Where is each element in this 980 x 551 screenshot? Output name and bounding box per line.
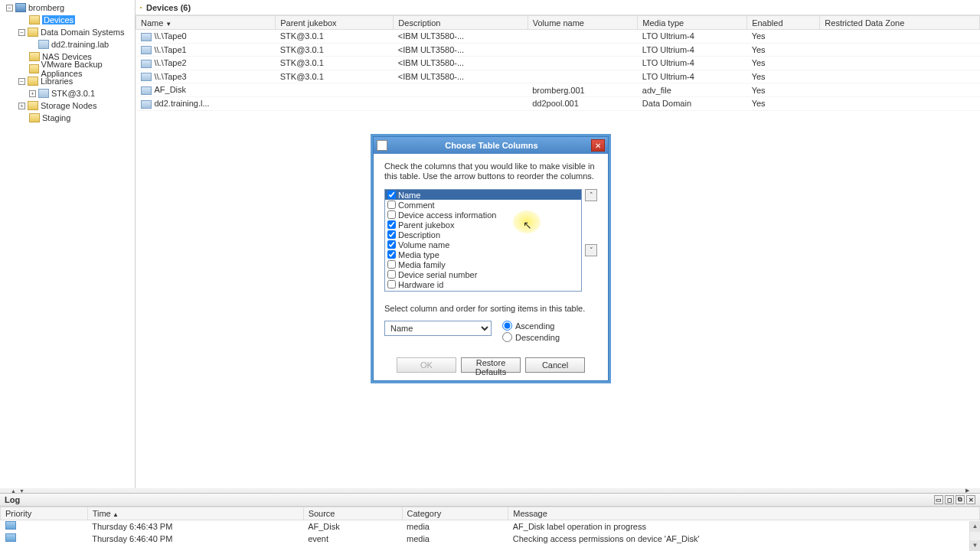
tree-host[interactable]: −bromberg bbox=[0, 2, 135, 14]
column-option[interactable]: Hardware id bbox=[385, 279, 581, 289]
column-option[interactable]: Description bbox=[385, 230, 581, 240]
tree-staging[interactable]: Staging bbox=[0, 112, 135, 124]
device-icon bbox=[141, 86, 152, 95]
column-checkbox[interactable] bbox=[387, 191, 396, 199]
log-col-header[interactable]: Category bbox=[402, 507, 508, 520]
column-option[interactable]: Media type bbox=[385, 249, 581, 259]
log-close-icon[interactable]: ✕ bbox=[966, 495, 975, 504]
cancel-button[interactable]: Cancel bbox=[525, 357, 585, 373]
column-option[interactable]: Parent jukebox bbox=[385, 220, 581, 230]
device-icon bbox=[141, 33, 152, 41]
log-title: Log bbox=[5, 495, 20, 504]
scroll-up-icon[interactable]: ▲ bbox=[970, 521, 980, 532]
col-header[interactable]: Volume name bbox=[528, 16, 638, 30]
log-scrollbar[interactable]: ▲ ▼ bbox=[969, 521, 980, 551]
col-header[interactable]: Restricted Data Zone bbox=[820, 16, 980, 30]
column-checkbox[interactable] bbox=[387, 270, 396, 279]
choose-columns-dialog: Choose Table Columns ✕ Check the columns… bbox=[373, 136, 609, 381]
content-header: Devices (6) bbox=[136, 0, 980, 15]
log-col-header[interactable]: Message bbox=[508, 507, 980, 520]
table-row[interactable]: AF_Diskbromberg.001adv_fileYes bbox=[136, 83, 980, 97]
table-row[interactable]: \\.\Tape3STK@3.0.1<IBM ULT3580-...LTO Ul… bbox=[136, 70, 980, 83]
device-icon bbox=[141, 46, 152, 54]
table-row[interactable]: \\.\Tape0STK@3.0.1<IBM ULT3580-...LTO Ul… bbox=[136, 30, 980, 44]
move-down-button[interactable]: ˅ bbox=[585, 244, 597, 256]
tree-dds[interactable]: −Data Domain Systems bbox=[0, 26, 135, 38]
column-checkbox[interactable] bbox=[387, 260, 396, 269]
table-row[interactable]: dd2.training.l...dd2pool.001Data DomainY… bbox=[136, 96, 980, 110]
col-header[interactable]: Media type bbox=[638, 16, 747, 30]
app-icon bbox=[377, 140, 387, 151]
log-row[interactable]: Thursday 6:46:43 PMAF_DiskmediaAF_Disk l… bbox=[1, 520, 980, 533]
log-pop-icon[interactable]: ⧉ bbox=[956, 495, 965, 504]
column-checkbox[interactable] bbox=[387, 250, 396, 259]
column-option[interactable]: Device serial number bbox=[385, 269, 581, 279]
columns-list[interactable]: NameCommentDevice access informationPare… bbox=[384, 189, 582, 292]
column-checkbox[interactable] bbox=[387, 230, 396, 239]
column-option[interactable]: Media family bbox=[385, 259, 581, 269]
tree-dd2lab[interactable]: dd2.training.lab bbox=[0, 38, 135, 51]
log-row[interactable]: Thursday 6:46:40 PMeventmediaChecking ac… bbox=[1, 533, 980, 545]
info-icon bbox=[5, 521, 16, 530]
device-icon bbox=[141, 73, 152, 81]
col-header[interactable]: Description bbox=[394, 16, 528, 30]
content-title: Devices (6) bbox=[146, 3, 191, 12]
close-button[interactable]: ✕ bbox=[591, 139, 605, 152]
dialog-title: Choose Table Columns bbox=[392, 141, 591, 150]
column-checkbox[interactable] bbox=[387, 210, 396, 219]
log-col-header[interactable]: Time ▲ bbox=[87, 507, 303, 520]
table-row[interactable]: \\.\Tape2STK@3.0.1<IBM ULT3580-...LTO Ul… bbox=[136, 57, 980, 70]
log-min-icon[interactable]: ▭ bbox=[934, 495, 943, 504]
column-checkbox[interactable] bbox=[387, 280, 396, 289]
log-col-header[interactable]: Priority bbox=[1, 507, 88, 520]
restore-defaults-button[interactable]: Restore Defaults bbox=[461, 357, 521, 373]
ok-button[interactable]: OK bbox=[397, 357, 456, 373]
scroll-down-icon[interactable]: ▼ bbox=[970, 540, 980, 551]
col-header[interactable]: Name▼ bbox=[136, 16, 276, 30]
log-max-icon[interactable]: ◻ bbox=[945, 495, 954, 504]
move-up-button[interactable]: ˄ bbox=[585, 189, 597, 201]
tree-storage[interactable]: +Storage Nodes bbox=[0, 99, 135, 112]
log-col-header[interactable]: Source bbox=[303, 507, 402, 520]
column-checkbox[interactable] bbox=[387, 220, 396, 229]
device-icon bbox=[141, 60, 152, 68]
column-option[interactable]: Comment bbox=[385, 200, 581, 210]
info-icon bbox=[5, 533, 16, 542]
sort-instruction: Select column and order for sorting item… bbox=[384, 304, 597, 313]
dialog-instruction: Check the columns that you would like to… bbox=[384, 161, 597, 181]
column-option[interactable]: Name bbox=[385, 190, 581, 200]
ascending-radio[interactable]: Ascending bbox=[502, 321, 560, 331]
tree-stk[interactable]: +STK@3.0.1 bbox=[0, 87, 135, 99]
device-icon bbox=[141, 100, 152, 109]
column-option[interactable]: Volume name bbox=[385, 240, 581, 249]
col-header[interactable]: Enabled bbox=[747, 16, 820, 30]
log-panel: Log ▭ ◻ ⧉ ✕ PriorityTime ▲SourceCategory… bbox=[0, 493, 980, 551]
col-header[interactable]: Parent jukebox bbox=[276, 16, 394, 30]
folder-icon bbox=[140, 7, 142, 8]
tree-vmware[interactable]: VMware Backup Appliances bbox=[0, 63, 135, 75]
table-row[interactable]: \\.\Tape1STK@3.0.1<IBM ULT3580-...LTO Ul… bbox=[136, 43, 980, 57]
sort-column-select[interactable]: Name bbox=[384, 321, 492, 336]
column-checkbox[interactable] bbox=[387, 201, 396, 209]
tree-devices[interactable]: Devices bbox=[0, 14, 135, 26]
descending-radio[interactable]: Descending bbox=[502, 332, 560, 342]
column-checkbox[interactable] bbox=[387, 240, 396, 249]
column-option[interactable]: Device access information bbox=[385, 210, 581, 220]
nav-tree: −bromberg Devices −Data Domain Systems d… bbox=[0, 0, 136, 490]
devices-table: Name▼Parent jukeboxDescriptionVolume nam… bbox=[136, 15, 980, 111]
